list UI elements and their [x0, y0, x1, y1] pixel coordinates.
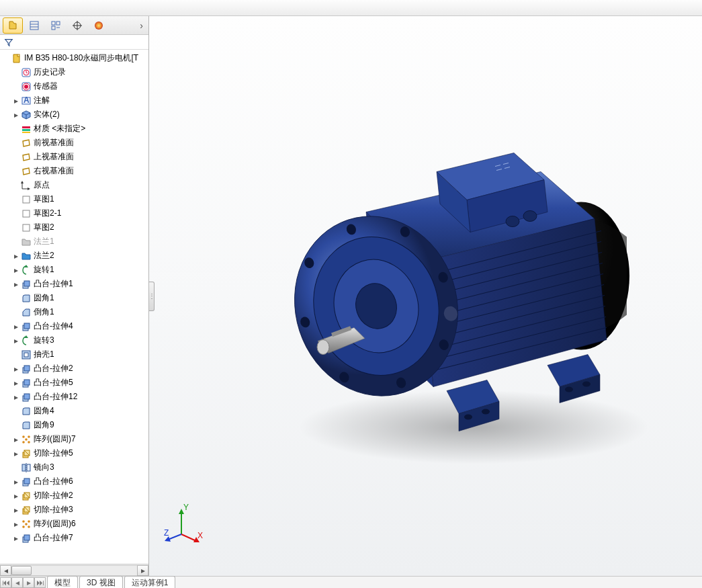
- tree-item[interactable]: ▸切除-拉伸3: [1, 503, 148, 517]
- cut-icon: [20, 448, 32, 459]
- graphics-viewport[interactable]: Y X Z: [149, 16, 702, 576]
- plane-icon: [20, 138, 32, 149]
- expand-caret-icon[interactable]: ▸: [12, 97, 20, 105]
- expand-caret-icon[interactable]: ▸: [12, 435, 20, 444]
- tab-display-manager[interactable]: [89, 17, 109, 34]
- expand-caret-icon[interactable]: ▸: [12, 534, 20, 542]
- tree-item[interactable]: ▸抽壳1: [1, 347, 148, 362]
- tree-item[interactable]: ▸切除-拉伸5: [1, 446, 148, 460]
- scroll-thumb[interactable]: [11, 566, 32, 575]
- tree-item[interactable]: ▸材质 <未指定>: [1, 122, 148, 136]
- tree-item[interactable]: ▸法兰1: [1, 235, 148, 249]
- plane-icon: [20, 152, 32, 163]
- tree-item[interactable]: ▸圆角4: [1, 404, 148, 418]
- tree-item[interactable]: ▸草图2: [1, 220, 148, 235]
- bottom-last-button[interactable]: ⏭: [34, 577, 46, 588]
- expand-caret-icon[interactable]: ▸: [12, 323, 20, 331]
- tree-item[interactable]: ▸凸台-拉伸5: [1, 376, 148, 390]
- origin-icon: [20, 180, 32, 191]
- tree-item[interactable]: ▸传感器: [1, 79, 148, 93]
- tree-item[interactable]: ▸凸台-拉伸1: [1, 277, 148, 291]
- tree-item[interactable]: ▸凸台-拉伸2: [1, 362, 148, 376]
- expand-caret-icon[interactable]: ▸: [12, 492, 20, 500]
- tree-item[interactable]: ▸切除-拉伸2: [1, 489, 148, 503]
- tabstrip-overflow[interactable]: ›: [137, 20, 146, 31]
- tab-configuration-manager[interactable]: [46, 17, 66, 34]
- chamfer-icon: [20, 307, 32, 318]
- tree-item[interactable]: ▸法兰2: [1, 249, 148, 263]
- feature-tree-icon: [7, 20, 18, 31]
- bottom-next-button[interactable]: ▸: [23, 577, 34, 588]
- tab-feature-manager[interactable]: [3, 17, 23, 34]
- extrude-icon: [20, 378, 32, 388]
- tree-item[interactable]: ▸镜向3: [1, 460, 148, 474]
- tree-item-label: 草图2-1: [34, 208, 61, 219]
- expand-caret-icon[interactable]: ▸: [12, 337, 20, 345]
- bottom-first-button[interactable]: ⏮: [0, 577, 11, 588]
- tree-item[interactable]: ▸凸台-拉伸12: [1, 390, 148, 404]
- expand-caret-icon[interactable]: ▸: [12, 280, 20, 288]
- tree-item[interactable]: ▸草图1: [1, 192, 148, 206]
- solid-icon: [20, 110, 32, 120]
- tree-item-label: 切除-拉伸3: [34, 504, 73, 515]
- tree-item-label: 凸台-拉伸6: [34, 476, 73, 487]
- tab-dimxpert[interactable]: [67, 17, 87, 34]
- tree-item[interactable]: ▸旋转1: [1, 263, 148, 277]
- tree-item[interactable]: ▸圆角1: [1, 291, 148, 305]
- svg-point-48: [523, 211, 537, 222]
- tree-root[interactable]: ▶ IM B35 H80-180永磁同步电机[T: [1, 51, 148, 65]
- config-icon: [50, 20, 61, 31]
- tree-item[interactable]: ▸实体(2): [1, 108, 148, 122]
- expand-caret-icon[interactable]: ▸: [12, 266, 20, 274]
- svg-rect-0: [30, 22, 38, 30]
- bottom-tab-motion[interactable]: 运动算例1: [124, 576, 176, 589]
- tree-item-label: 圆角9: [34, 419, 54, 431]
- feature-tree[interactable]: ▶ IM B35 H80-180永磁同步电机[T ▸历史记录▸传感器▸注解▸实体…: [0, 50, 148, 564]
- bottom-tab-model[interactable]: 模型: [47, 576, 78, 589]
- tree-item[interactable]: ▸草图2-1: [1, 206, 148, 220]
- extrude-icon: [20, 476, 32, 487]
- tree-item[interactable]: ▸前视基准面: [1, 136, 148, 150]
- tree-item[interactable]: ▸圆角9: [1, 418, 148, 432]
- tree-item[interactable]: ▸右视基准面: [1, 164, 148, 178]
- expand-caret-icon[interactable]: ▸: [12, 506, 20, 514]
- expand-caret-icon[interactable]: ▸: [12, 252, 20, 260]
- tree-item-label: 凸台-拉伸4: [34, 321, 73, 332]
- tree-item[interactable]: ▸凸台-拉伸7: [1, 531, 148, 545]
- scroll-track[interactable]: [11, 565, 137, 576]
- orientation-triad[interactable]: Y X Z: [163, 503, 203, 544]
- expand-caret-icon[interactable]: ▸: [12, 478, 20, 486]
- expand-caret-icon[interactable]: ▸: [12, 450, 20, 458]
- panel-splitter-handle[interactable]: [149, 282, 155, 311]
- tree-item[interactable]: ▸历史记录: [1, 65, 148, 79]
- tree-item[interactable]: ▸凸台-拉伸6: [1, 474, 148, 489]
- tree-item[interactable]: ▸倒角1: [1, 305, 148, 319]
- expand-caret-icon[interactable]: ▸: [12, 365, 20, 373]
- expand-caret-icon[interactable]: ▸: [12, 393, 20, 401]
- expand-caret-icon[interactable]: ▸: [12, 111, 20, 119]
- tree-item-label: 原点: [34, 179, 50, 191]
- tree-hscroll[interactable]: ◂ ▸: [0, 564, 148, 576]
- bottom-prev-button[interactable]: ◂: [11, 577, 23, 588]
- scroll-left-button[interactable]: ◂: [0, 565, 11, 576]
- tree-item-label: 切除-拉伸5: [34, 448, 73, 459]
- tree-item[interactable]: ▸上视基准面: [1, 150, 148, 164]
- tree-item-label: 圆角4: [34, 405, 54, 417]
- tree-item[interactable]: ▸凸台-拉伸4: [1, 319, 148, 333]
- tree-item-label: 凸台-拉伸5: [34, 377, 73, 388]
- tree-filter-row[interactable]: [0, 35, 148, 50]
- tree-item[interactable]: ▸注解: [1, 93, 148, 108]
- expand-caret-icon[interactable]: ▸: [12, 379, 20, 387]
- tree-item[interactable]: ▸阵列(圆周)7: [1, 432, 148, 446]
- target-icon: [72, 20, 83, 31]
- tree-item[interactable]: ▸原点: [1, 178, 148, 192]
- tree-item-label: 阵列(圆周)7: [34, 433, 76, 445]
- extrude-icon: [20, 392, 32, 403]
- tree-item[interactable]: ▸阵列(圆周)6: [1, 517, 148, 531]
- expand-caret-icon[interactable]: ▸: [12, 520, 20, 528]
- tree-item-label: 抽壳1: [34, 349, 54, 360]
- scroll-right-button[interactable]: ▸: [137, 565, 148, 576]
- tab-property-manager[interactable]: [24, 17, 44, 34]
- bottom-tab-3dview[interactable]: 3D 视图: [79, 576, 123, 589]
- tree-item[interactable]: ▸旋转3: [1, 333, 148, 347]
